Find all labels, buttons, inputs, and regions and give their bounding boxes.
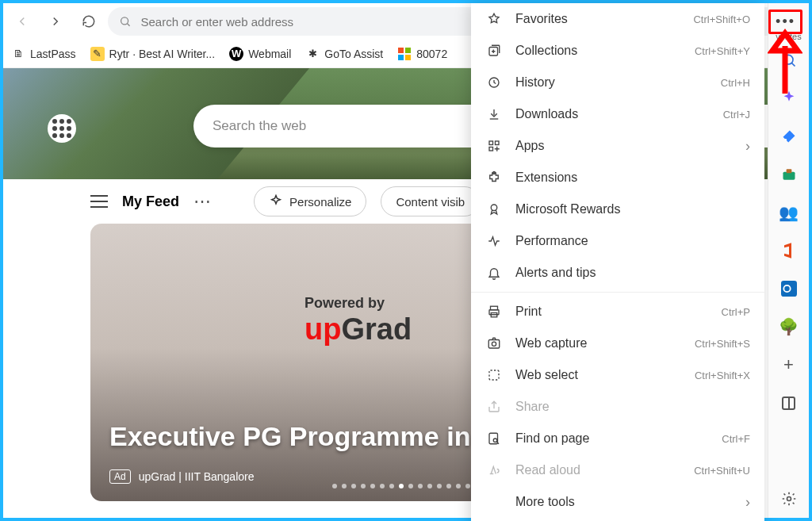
svg-point-16 bbox=[491, 205, 497, 211]
forward-button[interactable] bbox=[41, 7, 70, 36]
capture-icon bbox=[485, 336, 503, 351]
star-icon bbox=[485, 12, 503, 26]
rewards-icon bbox=[485, 202, 503, 216]
menu-item-label: Alerts and tips bbox=[515, 266, 750, 280]
menu-item-label: Web capture bbox=[515, 336, 682, 351]
menu-item-shortcut: Ctrl+Shift+S bbox=[695, 338, 750, 350]
menu-item-shortcut: Ctrl+Shift+O bbox=[693, 13, 750, 25]
bookmark-gotoassist[interactable]: ✱GoTo Assist bbox=[305, 47, 383, 61]
feed-more-button[interactable]: ⋯ bbox=[193, 191, 213, 212]
powered-by-label: Powered by bbox=[304, 295, 385, 312]
carousel-dots[interactable] bbox=[332, 484, 480, 488]
goto-icon: ✱ bbox=[305, 47, 320, 61]
ms-icon bbox=[397, 47, 412, 61]
sidebar-add-button[interactable]: + bbox=[778, 354, 800, 376]
apps-launcher[interactable] bbox=[48, 114, 76, 143]
menu-item-label: History bbox=[515, 75, 708, 90]
menu-item-label: Print bbox=[515, 305, 709, 319]
bookmark-lastpass[interactable]: 🗎LastPass bbox=[11, 47, 76, 61]
menu-item-share[interactable]: Share bbox=[471, 391, 764, 423]
svg-rect-14 bbox=[489, 147, 493, 151]
menu-item-label: Downloads bbox=[515, 107, 710, 121]
download-icon bbox=[485, 107, 503, 121]
menu-item-shortcut: Ctrl+J bbox=[723, 109, 750, 121]
menu-item-history[interactable]: HistoryCtrl+H bbox=[471, 67, 764, 98]
svg-rect-1 bbox=[398, 48, 404, 53]
performance-icon bbox=[485, 234, 503, 248]
bookmark-rytr[interactable]: ✎Rytr · Best AI Writer... bbox=[90, 47, 216, 61]
svg-point-0 bbox=[121, 17, 128, 25]
menu-item-performance[interactable]: Performance bbox=[471, 225, 764, 257]
apps-icon bbox=[485, 139, 503, 153]
svg-point-32 bbox=[787, 497, 791, 501]
content-visibility-button[interactable]: Content visib bbox=[381, 186, 480, 216]
back-button[interactable] bbox=[8, 7, 36, 36]
menu-item-print[interactable]: PrintCtrl+P bbox=[471, 296, 764, 328]
menu-item-label: Share bbox=[515, 400, 750, 414]
menu-item-read-aloud[interactable]: Read aloudCtrl+Shift+U bbox=[471, 454, 764, 486]
sidebar-shopping-icon[interactable] bbox=[778, 125, 800, 147]
page-icon: 🗎 bbox=[11, 47, 25, 61]
chevron-right-icon: › bbox=[745, 494, 750, 511]
svg-rect-13 bbox=[496, 141, 500, 145]
menu-item-favorites[interactable]: FavoritesCtrl+Shift+O bbox=[471, 3, 764, 35]
menu-item-find-on-page[interactable]: Find on pageCtrl+F bbox=[471, 423, 764, 454]
svg-rect-2 bbox=[405, 48, 411, 53]
bookmark-80072[interactable]: 80072 bbox=[397, 47, 447, 61]
menu-item-extensions[interactable]: Extensions bbox=[471, 162, 764, 193]
menu-item-label: Apps bbox=[515, 139, 733, 153]
select-icon bbox=[485, 368, 503, 382]
overflow-menu: FavoritesCtrl+Shift+OCollectionsCtrl+Shi… bbox=[471, 3, 764, 521]
menu-item-label: Find on page bbox=[515, 431, 709, 446]
svg-rect-12 bbox=[489, 141, 493, 145]
menu-item-collections[interactable]: CollectionsCtrl+Shift+Y bbox=[471, 35, 764, 67]
menu-item-web-select[interactable]: Web selectCtrl+Shift+X bbox=[471, 359, 764, 391]
menu-item-shortcut: Ctrl+Shift+Y bbox=[695, 45, 750, 57]
collections-icon bbox=[485, 44, 503, 58]
menu-item-downloads[interactable]: DownloadsCtrl+J bbox=[471, 98, 764, 130]
menu-item-apps[interactable]: Apps› bbox=[471, 130, 764, 162]
hamburger-icon[interactable] bbox=[90, 195, 108, 208]
menu-item-label: More tools bbox=[515, 495, 733, 509]
svg-rect-29 bbox=[786, 169, 791, 173]
menu-item-shortcut: Ctrl+Shift+U bbox=[694, 465, 750, 477]
find-icon bbox=[485, 431, 503, 446]
sidebar-tools-icon[interactable] bbox=[778, 163, 800, 186]
sidebar-tree-icon[interactable]: 🌳 bbox=[778, 316, 800, 338]
menu-item-more-tools[interactable]: More tools› bbox=[471, 486, 764, 518]
menu-item-web-capture[interactable]: Web captureCtrl+Shift+S bbox=[471, 328, 764, 359]
menu-item-microsoft-rewards[interactable]: Microsoft Rewards bbox=[471, 193, 764, 225]
search-icon bbox=[119, 15, 131, 28]
history-icon bbox=[485, 75, 503, 90]
webmail-icon: W bbox=[229, 47, 243, 61]
ad-source: AdupGrad | IIIT Bangalore bbox=[109, 469, 254, 484]
svg-rect-4 bbox=[405, 55, 411, 60]
svg-point-27 bbox=[784, 139, 787, 141]
svg-rect-20 bbox=[488, 340, 500, 349]
menu-item-label: Collections bbox=[515, 44, 682, 58]
menu-item-alerts-and-tips[interactable]: Alerts and tips bbox=[471, 257, 764, 289]
sidebar-office-icon[interactable] bbox=[778, 239, 800, 262]
sidebar-people-icon[interactable]: 👥 bbox=[778, 201, 800, 224]
refresh-button[interactable] bbox=[75, 7, 103, 36]
ad-headline: Executive PG Programme in M bbox=[109, 421, 500, 452]
extensions-icon bbox=[485, 170, 503, 185]
menu-item-shortcut: Ctrl+Shift+X bbox=[695, 370, 750, 381]
sidebar-settings-icon[interactable] bbox=[778, 488, 800, 510]
bookmark-webmail[interactable]: WWebmail bbox=[229, 47, 291, 61]
sidebar-panel-toggle[interactable] bbox=[778, 392, 800, 414]
menu-item-shortcut: Ctrl+F bbox=[722, 433, 750, 445]
menu-item-label: Web select bbox=[515, 368, 682, 382]
read-icon bbox=[485, 463, 503, 477]
print-icon bbox=[485, 305, 503, 319]
svg-rect-3 bbox=[398, 55, 404, 60]
menu-item-shortcut: Ctrl+P bbox=[722, 306, 750, 318]
svg-rect-22 bbox=[489, 370, 499, 380]
menu-item-label: Favorites bbox=[515, 12, 680, 26]
personalize-button[interactable]: Personalize bbox=[254, 186, 366, 216]
sidebar-outlook-icon[interactable] bbox=[778, 278, 800, 300]
svg-point-21 bbox=[492, 342, 496, 346]
menu-item-label: Extensions bbox=[515, 170, 750, 185]
svg-point-24 bbox=[493, 439, 497, 442]
annotation-arrow bbox=[768, 29, 802, 94]
